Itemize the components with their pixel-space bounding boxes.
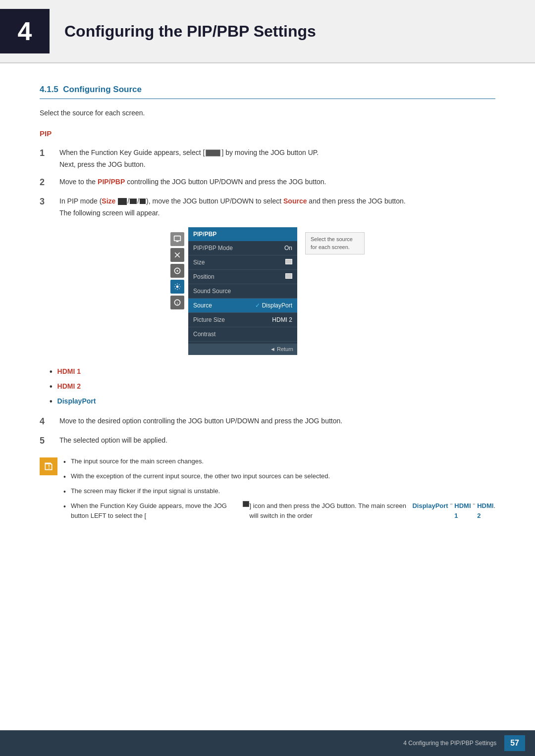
page-footer: 4 Configuring the PIP/PBP Settings 57 xyxy=(0,730,535,756)
bullet-hdmi2: HDMI 2 xyxy=(50,381,495,393)
menu-item-position: Position xyxy=(188,270,297,284)
screen-container: i PIP/PBP PIP/PBP Mode On Size Position xyxy=(170,227,365,355)
note-section: The input source for the main screen cha… xyxy=(40,456,495,524)
section-heading: 4.1.5 Configuring Source xyxy=(40,83,495,99)
menu-item-size: Size xyxy=(188,255,297,270)
steps-list-1: 1 When the Function Key Guide appears, s… xyxy=(40,147,495,218)
note-1: The input source for the main screen cha… xyxy=(63,456,495,467)
menu-item-pip-mode: PIP/PBP Mode On xyxy=(188,241,297,255)
icon-display xyxy=(170,232,184,246)
note-bullets-list: The input source for the main screen cha… xyxy=(63,456,495,524)
svg-rect-1 xyxy=(176,241,179,242)
svg-point-5 xyxy=(176,270,178,272)
source-options-list: HDMI 1 HDMI 2 DisplayPort xyxy=(50,366,495,407)
note-icon xyxy=(40,457,57,475)
step-4: 4 Move to the desired option controlling… xyxy=(40,415,495,429)
section-intro: Select the source for each screen. xyxy=(40,108,495,118)
menu-item-sound-source: Sound Source xyxy=(188,284,297,299)
menu-item-contrast: Contrast xyxy=(188,327,297,342)
svg-point-6 xyxy=(176,286,179,288)
step-5: 5 The selected option will be applied. xyxy=(40,435,495,448)
step-3: 3 In PIP mode (Size //), move the JOG bu… xyxy=(40,196,495,219)
svg-text:i: i xyxy=(177,301,178,305)
note-4: When the Function Key Guide appears, mov… xyxy=(63,501,495,520)
return-bar: ◄ Return xyxy=(188,344,297,355)
menu-panel: PIP/PBP PIP/PBP Mode On Size Position So… xyxy=(188,227,297,355)
footer-page-number: 57 xyxy=(504,735,525,751)
pip-sub-heading: PIP xyxy=(40,128,495,140)
chapter-number: 4 xyxy=(0,9,50,53)
page-header: 4 Configuring the PIP/PBP Settings xyxy=(0,0,535,63)
icon-settings-circle xyxy=(170,264,184,278)
callout-box: Select the source for each screen. xyxy=(305,232,365,254)
svg-rect-0 xyxy=(174,236,181,241)
icon-gear xyxy=(170,280,184,294)
note-2: With the exception of the current input … xyxy=(63,471,495,482)
bullet-displayport: DisplayPort xyxy=(50,396,495,407)
menu-item-picture-size: Picture Size HDMI 2 xyxy=(188,313,297,327)
chapter-title: Configuring the PIP/PBP Settings xyxy=(64,19,316,43)
screen-mockup: i PIP/PBP PIP/PBP Mode On Size Position xyxy=(40,227,495,355)
step-2: 2 Move to the PIP/PBP controlling the JO… xyxy=(40,176,495,190)
menu-title: PIP/PBP xyxy=(188,227,297,241)
content-area: 4.1.5 Configuring Source Select the sour… xyxy=(0,83,535,524)
step-1: 1 When the Function Key Guide appears, s… xyxy=(40,147,495,170)
footer-text: 4 Configuring the PIP/PBP Settings xyxy=(403,739,496,748)
side-icons: i xyxy=(170,232,184,309)
steps-list-2: 4 Move to the desired option controlling… xyxy=(40,415,495,448)
icon-info: i xyxy=(170,296,184,309)
bullet-hdmi1: HDMI 1 xyxy=(50,366,495,378)
note-3: The screen may flicker if the input sign… xyxy=(63,486,495,497)
menu-item-source: Source ✓DisplayPort xyxy=(188,299,297,313)
icon-x xyxy=(170,248,184,262)
